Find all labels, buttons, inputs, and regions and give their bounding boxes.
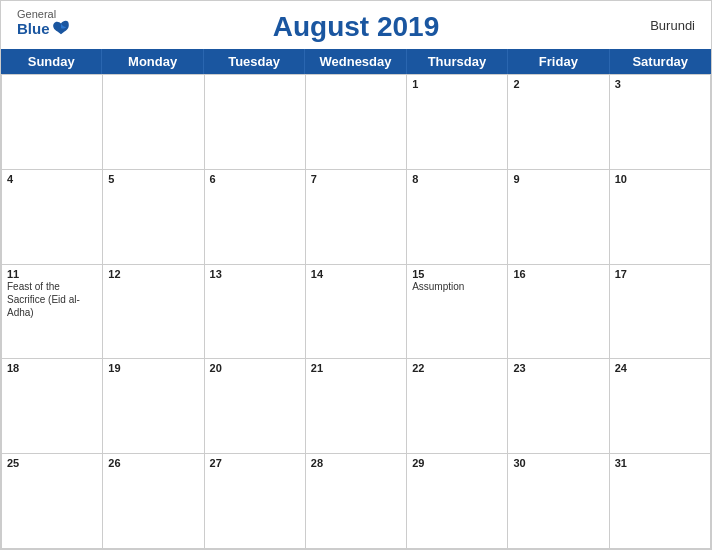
calendar-cell: 25 xyxy=(2,454,103,549)
cell-day-number: 2 xyxy=(513,78,603,90)
cell-day-number: 27 xyxy=(210,457,300,469)
cell-day-number: 3 xyxy=(615,78,705,90)
calendar-cell: 10 xyxy=(610,170,711,265)
cell-day-number: 22 xyxy=(412,362,502,374)
calendar-cell: 18 xyxy=(2,359,103,454)
logo: General Blue xyxy=(17,9,70,36)
calendar-cell: 9 xyxy=(508,170,609,265)
cell-day-number: 10 xyxy=(615,173,705,185)
cell-day-number: 20 xyxy=(210,362,300,374)
calendar-cell: 24 xyxy=(610,359,711,454)
calendar-cell: 11Feast of the Sacrifice (Eid al-Adha) xyxy=(2,265,103,360)
calendar-grid: 1234567891011Feast of the Sacrifice (Eid… xyxy=(1,74,711,549)
calendar-cell: 14 xyxy=(306,265,407,360)
cell-day-number: 17 xyxy=(615,268,705,280)
day-header-thursday: Thursday xyxy=(407,49,508,74)
calendar-cell: 19 xyxy=(103,359,204,454)
calendar-cell: 7 xyxy=(306,170,407,265)
cell-day-number: 30 xyxy=(513,457,603,469)
calendar-cell: 21 xyxy=(306,359,407,454)
cell-day-number: 31 xyxy=(615,457,705,469)
cell-day-number: 14 xyxy=(311,268,401,280)
calendar-cell xyxy=(103,75,204,170)
calendar-header: General Blue August 2019 Burundi xyxy=(1,1,711,49)
cell-day-number: 23 xyxy=(513,362,603,374)
day-header-saturday: Saturday xyxy=(610,49,711,74)
day-header-wednesday: Wednesday xyxy=(305,49,406,74)
calendar-cell: 26 xyxy=(103,454,204,549)
cell-day-number: 9 xyxy=(513,173,603,185)
cell-day-number: 21 xyxy=(311,362,401,374)
calendar-cell: 6 xyxy=(205,170,306,265)
day-header-monday: Monday xyxy=(102,49,203,74)
cell-day-number: 11 xyxy=(7,268,97,280)
cell-day-number: 28 xyxy=(311,457,401,469)
cell-day-number: 15 xyxy=(412,268,502,280)
cell-day-number: 5 xyxy=(108,173,198,185)
logo-bird-icon xyxy=(52,20,70,36)
calendar-cell: 28 xyxy=(306,454,407,549)
calendar-cell: 23 xyxy=(508,359,609,454)
cell-day-number: 8 xyxy=(412,173,502,185)
logo-blue-text: Blue xyxy=(17,20,70,36)
calendar-cell: 5 xyxy=(103,170,204,265)
day-header-friday: Friday xyxy=(508,49,609,74)
calendar-cell: 27 xyxy=(205,454,306,549)
calendar-cell xyxy=(205,75,306,170)
cell-day-number: 18 xyxy=(7,362,97,374)
cell-day-number: 25 xyxy=(7,457,97,469)
day-headers-row: SundayMondayTuesdayWednesdayThursdayFrid… xyxy=(1,49,711,74)
cell-day-number: 29 xyxy=(412,457,502,469)
cell-event-label: Feast of the Sacrifice (Eid al-Adha) xyxy=(7,281,80,318)
calendar-cell: 13 xyxy=(205,265,306,360)
cell-day-number: 4 xyxy=(7,173,97,185)
calendar-cell xyxy=(306,75,407,170)
calendar-cell: 1 xyxy=(407,75,508,170)
cell-event-label: Assumption xyxy=(412,281,464,292)
calendar-cell xyxy=(2,75,103,170)
country-label: Burundi xyxy=(650,18,695,33)
calendar-cell: 4 xyxy=(2,170,103,265)
logo-general-text: General xyxy=(17,9,56,20)
calendar-cell: 17 xyxy=(610,265,711,360)
cell-day-number: 1 xyxy=(412,78,502,90)
cell-day-number: 16 xyxy=(513,268,603,280)
calendar-title: August 2019 xyxy=(273,11,440,43)
cell-day-number: 24 xyxy=(615,362,705,374)
calendar-wrapper: General Blue August 2019 Burundi SundayM… xyxy=(0,0,712,550)
cell-day-number: 13 xyxy=(210,268,300,280)
cell-day-number: 7 xyxy=(311,173,401,185)
cell-day-number: 19 xyxy=(108,362,198,374)
cell-day-number: 26 xyxy=(108,457,198,469)
calendar-cell: 22 xyxy=(407,359,508,454)
calendar-cell: 8 xyxy=(407,170,508,265)
calendar-cell: 3 xyxy=(610,75,711,170)
day-header-sunday: Sunday xyxy=(1,49,102,74)
day-header-tuesday: Tuesday xyxy=(204,49,305,74)
calendar-cell: 20 xyxy=(205,359,306,454)
cell-day-number: 12 xyxy=(108,268,198,280)
calendar-cell: 16 xyxy=(508,265,609,360)
cell-day-number: 6 xyxy=(210,173,300,185)
calendar-cell: 15Assumption xyxy=(407,265,508,360)
calendar-cell: 29 xyxy=(407,454,508,549)
calendar-cell: 12 xyxy=(103,265,204,360)
calendar-cell: 30 xyxy=(508,454,609,549)
calendar-cell: 2 xyxy=(508,75,609,170)
calendar-cell: 31 xyxy=(610,454,711,549)
